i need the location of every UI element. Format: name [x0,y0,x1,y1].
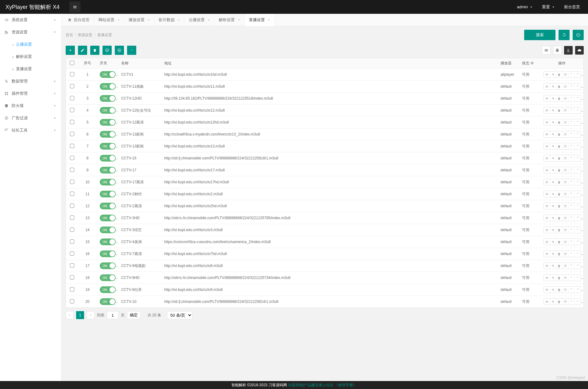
sidebar-item-plugin[interactable]: 插件管理 [0,87,61,100]
sidebar-item-webmaster[interactable]: 站长工具 [0,124,61,136]
header-name[interactable]: 名称 [118,58,161,69]
export-button[interactable] [564,46,573,55]
help-button[interactable]: ? [127,46,136,55]
row-switch[interactable]: ON [100,262,116,269]
row-edit-button[interactable]: ✎ [550,71,556,78]
row-refresh-button[interactable]: ⟳ [544,83,550,90]
row-delete-button[interactable]: 🗑 [556,155,562,161]
row-checkbox[interactable] [70,156,74,160]
row-refresh-button[interactable]: ⟳ [544,191,550,197]
row-delete-button[interactable]: 🗑 [556,83,562,90]
header-player[interactable]: 播放器 [497,58,519,69]
row-switch[interactable]: ON [100,131,116,138]
row-checkbox[interactable] [70,204,74,208]
row-edit-button[interactable]: ✎ [550,119,556,125]
row-delete-button[interactable]: 🗑 [556,71,562,78]
row-checkbox[interactable] [70,84,74,88]
select-all-checkbox[interactable] [70,61,74,65]
next-page-button[interactable]: › [87,311,95,319]
row-time-button[interactable]: ⏱ [562,215,568,221]
row-delete-button[interactable]: 🗑 [556,251,562,257]
sidebar-sub-live[interactable]: › 直播设置 [0,63,61,75]
cloud-button[interactable] [575,46,584,55]
row-switch[interactable]: ON [100,71,116,78]
row-switch[interactable]: ON [100,179,116,185]
breadcrumb-resource[interactable]: 资源设置 [78,32,92,38]
row-time-button[interactable]: ⏱ [562,119,568,125]
row-switch[interactable]: ON [100,286,116,293]
row-delete-button[interactable]: 🗑 [556,143,562,149]
row-refresh-button[interactable]: ⟳ [544,167,550,173]
row-switch[interactable]: ON [100,203,116,209]
row-up-button[interactable]: ˄ [568,299,574,305]
row-up-button[interactable]: ˄ [568,167,574,173]
row-time-button[interactable]: ⏱ [562,167,568,173]
row-up-button[interactable]: ˄ [568,251,574,257]
tab-play-settings[interactable]: 播放设置× [124,14,154,26]
row-switch[interactable]: ON [100,107,116,114]
row-down-button[interactable]: ˅ [574,143,581,149]
row-refresh-button[interactable]: ⟳ [544,227,550,233]
row-up-button[interactable]: ˄ [568,119,574,125]
breadcrumb-home[interactable]: 首页 [66,32,73,38]
row-checkbox[interactable] [70,168,74,172]
row-edit-button[interactable]: ✎ [550,179,556,185]
row-up-button[interactable]: ˄ [568,215,574,221]
row-switch[interactable]: ON [100,227,116,233]
header-status[interactable]: 状态 ◆ [519,58,540,69]
reset-menu[interactable]: 重置 [542,4,555,10]
row-up-button[interactable]: ˄ [568,191,574,197]
row-edit-button[interactable]: ✎ [550,203,556,209]
front-home-link[interactable]: 前台首页 [564,4,580,10]
sidebar-item-resource[interactable]: 资源设置 [0,26,61,38]
row-checkbox[interactable] [70,299,74,303]
page-1-button[interactable]: 1 [76,311,84,319]
row-time-button[interactable]: ⏱ [562,251,568,257]
footer-forum-link[interactable]: 问题求助|产品建议请上论坛 [288,383,333,388]
row-up-button[interactable]: ˄ [568,287,574,293]
row-down-button[interactable]: ˅ [574,239,581,245]
row-delete-button[interactable]: 🗑 [556,275,562,281]
row-checkbox[interactable] [70,192,74,196]
row-down-button[interactable]: ˅ [574,203,581,209]
row-down-button[interactable]: ˅ [574,119,581,125]
row-time-button[interactable]: ⏱ [562,287,568,293]
row-down-button[interactable]: ˅ [574,287,581,293]
row-up-button[interactable]: ˄ [568,275,574,281]
row-down-button[interactable]: ˅ [574,227,581,233]
row-switch[interactable]: ON [100,215,116,221]
row-refresh-button[interactable]: ⟳ [544,71,550,78]
row-refresh-button[interactable]: ⟳ [544,239,550,245]
close-icon[interactable]: × [118,18,120,22]
row-down-button[interactable]: ˅ [574,299,581,305]
row-time-button[interactable]: ⏱ [562,191,568,197]
prev-page-button[interactable]: ‹ [66,311,74,319]
delete-button[interactable] [90,46,99,55]
page-input[interactable] [107,311,118,319]
row-time-button[interactable]: ⏱ [562,299,568,305]
sidebar-item-data[interactable]: 数据管理 [0,75,61,87]
row-down-button[interactable]: ˅ [574,155,581,161]
row-checkbox[interactable] [70,72,74,76]
row-up-button[interactable]: ˄ [568,179,574,185]
row-time-button[interactable]: ⏱ [562,83,568,90]
row-edit-button[interactable]: ✎ [550,215,556,221]
row-refresh-button[interactable]: ⟳ [544,155,550,161]
row-down-button[interactable]: ˅ [574,95,581,101]
row-edit-button[interactable]: ✎ [550,239,556,245]
row-time-button[interactable]: ⏱ [562,107,568,113]
close-icon[interactable]: × [208,18,210,22]
row-delete-button[interactable]: 🗑 [556,167,562,173]
row-time-button[interactable]: ⏱ [562,203,568,209]
print-button[interactable] [553,46,562,55]
row-checkbox[interactable] [70,263,74,268]
confirm-page-button[interactable]: 确定 [127,311,141,319]
row-edit-button[interactable]: ✎ [550,251,556,257]
row-up-button[interactable]: ˄ [568,263,574,269]
row-up-button[interactable]: ˄ [568,131,574,137]
row-refresh-button[interactable]: ⟳ [544,95,550,101]
tab-cloudplay-settings[interactable]: 云播设置× [184,14,215,26]
tab-home[interactable]: 后台首页 [63,14,94,26]
row-checkbox[interactable] [70,108,74,112]
row-delete-button[interactable]: 🗑 [556,203,562,209]
